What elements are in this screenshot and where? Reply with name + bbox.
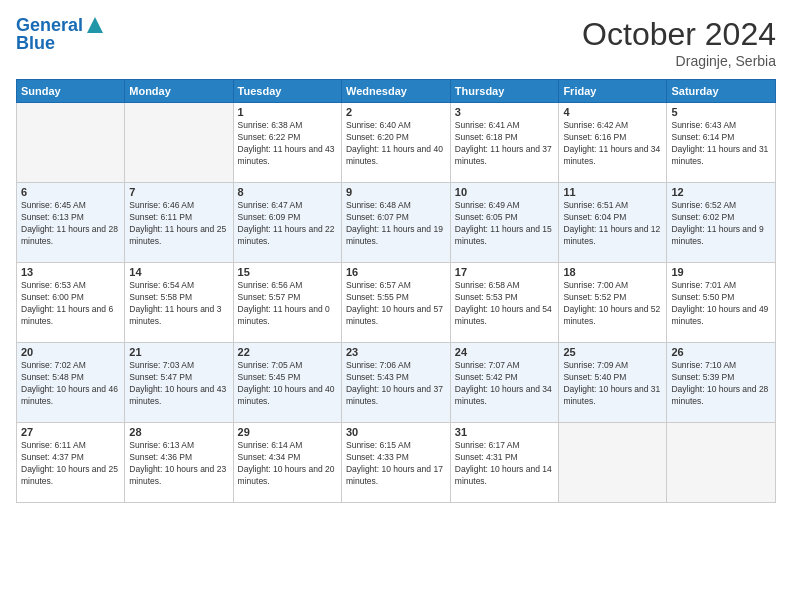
table-row <box>559 423 667 503</box>
table-row: 9Sunrise: 6:48 AMSunset: 6:07 PMDaylight… <box>341 183 450 263</box>
svg-marker-0 <box>87 17 103 33</box>
day-info: Sunrise: 6:53 AMSunset: 6:00 PMDaylight:… <box>21 280 120 328</box>
day-number: 24 <box>455 346 555 358</box>
day-number: 26 <box>671 346 771 358</box>
day-info: Sunrise: 6:40 AMSunset: 6:20 PMDaylight:… <box>346 120 446 168</box>
day-info: Sunrise: 6:47 AMSunset: 6:09 PMDaylight:… <box>238 200 337 248</box>
header-wednesday: Wednesday <box>341 80 450 103</box>
header-tuesday: Tuesday <box>233 80 341 103</box>
header-sunday: Sunday <box>17 80 125 103</box>
table-row: 29Sunrise: 6:14 AMSunset: 4:34 PMDayligh… <box>233 423 341 503</box>
location-subtitle: Draginje, Serbia <box>582 53 776 69</box>
day-info: Sunrise: 6:51 AMSunset: 6:04 PMDaylight:… <box>563 200 662 248</box>
day-info: Sunrise: 7:00 AMSunset: 5:52 PMDaylight:… <box>563 280 662 328</box>
header: General Blue October 2024 Draginje, Serb… <box>16 16 776 69</box>
table-row: 13Sunrise: 6:53 AMSunset: 6:00 PMDayligh… <box>17 263 125 343</box>
header-monday: Monday <box>125 80 233 103</box>
table-row: 20Sunrise: 7:02 AMSunset: 5:48 PMDayligh… <box>17 343 125 423</box>
day-number: 31 <box>455 426 555 438</box>
day-info: Sunrise: 6:11 AMSunset: 4:37 PMDaylight:… <box>21 440 120 488</box>
calendar-week-row: 13Sunrise: 6:53 AMSunset: 6:00 PMDayligh… <box>17 263 776 343</box>
day-number: 15 <box>238 266 337 278</box>
day-info: Sunrise: 6:49 AMSunset: 6:05 PMDaylight:… <box>455 200 555 248</box>
table-row: 24Sunrise: 7:07 AMSunset: 5:42 PMDayligh… <box>450 343 559 423</box>
table-row: 25Sunrise: 7:09 AMSunset: 5:40 PMDayligh… <box>559 343 667 423</box>
header-saturday: Saturday <box>667 80 776 103</box>
day-number: 11 <box>563 186 662 198</box>
header-thursday: Thursday <box>450 80 559 103</box>
table-row: 21Sunrise: 7:03 AMSunset: 5:47 PMDayligh… <box>125 343 233 423</box>
day-number: 6 <box>21 186 120 198</box>
table-row: 3Sunrise: 6:41 AMSunset: 6:18 PMDaylight… <box>450 103 559 183</box>
day-number: 7 <box>129 186 228 198</box>
day-number: 25 <box>563 346 662 358</box>
day-info: Sunrise: 6:42 AMSunset: 6:16 PMDaylight:… <box>563 120 662 168</box>
day-number: 2 <box>346 106 446 118</box>
day-info: Sunrise: 7:06 AMSunset: 5:43 PMDaylight:… <box>346 360 446 408</box>
table-row <box>125 103 233 183</box>
table-row: 23Sunrise: 7:06 AMSunset: 5:43 PMDayligh… <box>341 343 450 423</box>
day-number: 16 <box>346 266 446 278</box>
day-number: 30 <box>346 426 446 438</box>
day-info: Sunrise: 7:07 AMSunset: 5:42 PMDaylight:… <box>455 360 555 408</box>
table-row: 5Sunrise: 6:43 AMSunset: 6:14 PMDaylight… <box>667 103 776 183</box>
table-row: 28Sunrise: 6:13 AMSunset: 4:36 PMDayligh… <box>125 423 233 503</box>
day-info: Sunrise: 6:54 AMSunset: 5:58 PMDaylight:… <box>129 280 228 328</box>
day-number: 14 <box>129 266 228 278</box>
calendar-week-row: 1Sunrise: 6:38 AMSunset: 6:22 PMDaylight… <box>17 103 776 183</box>
table-row: 14Sunrise: 6:54 AMSunset: 5:58 PMDayligh… <box>125 263 233 343</box>
table-row: 11Sunrise: 6:51 AMSunset: 6:04 PMDayligh… <box>559 183 667 263</box>
table-row: 10Sunrise: 6:49 AMSunset: 6:05 PMDayligh… <box>450 183 559 263</box>
calendar-header-row: Sunday Monday Tuesday Wednesday Thursday… <box>17 80 776 103</box>
day-info: Sunrise: 7:01 AMSunset: 5:50 PMDaylight:… <box>671 280 771 328</box>
table-row: 1Sunrise: 6:38 AMSunset: 6:22 PMDaylight… <box>233 103 341 183</box>
day-number: 12 <box>671 186 771 198</box>
day-info: Sunrise: 6:45 AMSunset: 6:13 PMDaylight:… <box>21 200 120 248</box>
calendar-week-row: 6Sunrise: 6:45 AMSunset: 6:13 PMDaylight… <box>17 183 776 263</box>
day-info: Sunrise: 6:38 AMSunset: 6:22 PMDaylight:… <box>238 120 337 168</box>
table-row: 6Sunrise: 6:45 AMSunset: 6:13 PMDaylight… <box>17 183 125 263</box>
table-row: 30Sunrise: 6:15 AMSunset: 4:33 PMDayligh… <box>341 423 450 503</box>
table-row: 27Sunrise: 6:11 AMSunset: 4:37 PMDayligh… <box>17 423 125 503</box>
calendar-week-row: 20Sunrise: 7:02 AMSunset: 5:48 PMDayligh… <box>17 343 776 423</box>
day-number: 1 <box>238 106 337 118</box>
table-row: 17Sunrise: 6:58 AMSunset: 5:53 PMDayligh… <box>450 263 559 343</box>
table-row: 16Sunrise: 6:57 AMSunset: 5:55 PMDayligh… <box>341 263 450 343</box>
day-info: Sunrise: 7:09 AMSunset: 5:40 PMDaylight:… <box>563 360 662 408</box>
day-info: Sunrise: 6:46 AMSunset: 6:11 PMDaylight:… <box>129 200 228 248</box>
page: General Blue October 2024 Draginje, Serb… <box>0 0 792 612</box>
day-info: Sunrise: 6:52 AMSunset: 6:02 PMDaylight:… <box>671 200 771 248</box>
table-row: 19Sunrise: 7:01 AMSunset: 5:50 PMDayligh… <box>667 263 776 343</box>
day-info: Sunrise: 6:17 AMSunset: 4:31 PMDaylight:… <box>455 440 555 488</box>
logo-blue-text: Blue <box>16 34 55 54</box>
day-number: 18 <box>563 266 662 278</box>
calendar-table: Sunday Monday Tuesday Wednesday Thursday… <box>16 79 776 503</box>
title-block: October 2024 Draginje, Serbia <box>582 16 776 69</box>
day-number: 20 <box>21 346 120 358</box>
logo-icon <box>85 15 105 35</box>
day-info: Sunrise: 7:10 AMSunset: 5:39 PMDaylight:… <box>671 360 771 408</box>
table-row: 4Sunrise: 6:42 AMSunset: 6:16 PMDaylight… <box>559 103 667 183</box>
table-row <box>17 103 125 183</box>
day-number: 10 <box>455 186 555 198</box>
day-number: 4 <box>563 106 662 118</box>
day-number: 9 <box>346 186 446 198</box>
day-number: 29 <box>238 426 337 438</box>
header-friday: Friday <box>559 80 667 103</box>
day-info: Sunrise: 6:14 AMSunset: 4:34 PMDaylight:… <box>238 440 337 488</box>
day-info: Sunrise: 7:02 AMSunset: 5:48 PMDaylight:… <box>21 360 120 408</box>
day-info: Sunrise: 6:15 AMSunset: 4:33 PMDaylight:… <box>346 440 446 488</box>
day-number: 19 <box>671 266 771 278</box>
day-info: Sunrise: 6:13 AMSunset: 4:36 PMDaylight:… <box>129 440 228 488</box>
day-number: 3 <box>455 106 555 118</box>
table-row: 22Sunrise: 7:05 AMSunset: 5:45 PMDayligh… <box>233 343 341 423</box>
table-row: 15Sunrise: 6:56 AMSunset: 5:57 PMDayligh… <box>233 263 341 343</box>
day-number: 13 <box>21 266 120 278</box>
day-info: Sunrise: 6:43 AMSunset: 6:14 PMDaylight:… <box>671 120 771 168</box>
table-row: 7Sunrise: 6:46 AMSunset: 6:11 PMDaylight… <box>125 183 233 263</box>
day-info: Sunrise: 6:57 AMSunset: 5:55 PMDaylight:… <box>346 280 446 328</box>
table-row: 2Sunrise: 6:40 AMSunset: 6:20 PMDaylight… <box>341 103 450 183</box>
day-info: Sunrise: 6:48 AMSunset: 6:07 PMDaylight:… <box>346 200 446 248</box>
table-row <box>667 423 776 503</box>
day-number: 8 <box>238 186 337 198</box>
